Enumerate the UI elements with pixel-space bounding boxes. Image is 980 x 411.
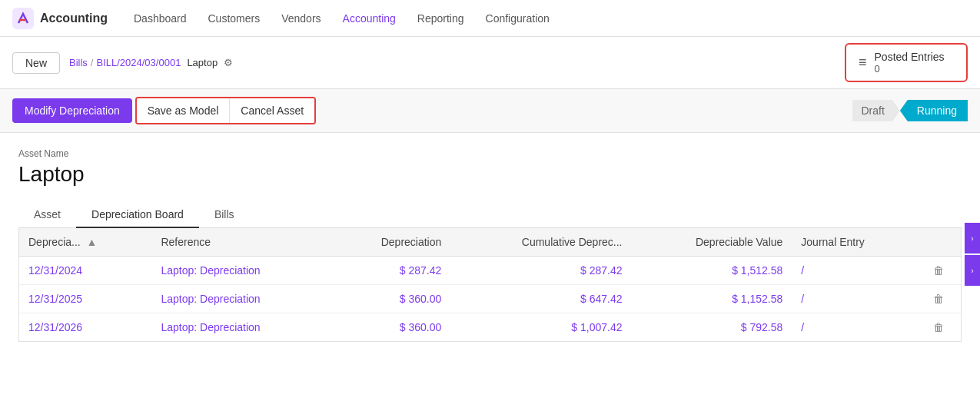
nav-customers[interactable]: Customers [201,8,268,29]
cell-cumulative-2: $ 1,007.42 [450,313,631,342]
depreciation-table: Deprecia... ▲ Reference Depreciation Cum… [19,228,961,341]
breadcrumb-bill-id[interactable]: BILL/2024/03/0001 [96,57,181,68]
cell-delete-1[interactable]: 🗑 [916,285,961,313]
nav-configuration[interactable]: Configuration [478,8,557,29]
table-header-row: Deprecia... ▲ Reference Depreciation Cum… [19,228,961,257]
table-container: Deprecia... ▲ Reference Depreciation Cum… [18,228,962,342]
nav-links: Dashboard Customers Vendors Accounting R… [126,8,557,29]
modify-depreciation-button[interactable]: Modify Depreciation [12,98,132,123]
table-body: 12/31/2024 Laptop: Depreciation $ 287.42… [19,257,961,342]
col-date[interactable]: Deprecia... ▲ [19,228,151,257]
cell-delete-0[interactable]: 🗑 [916,257,961,285]
col-journal-entry: Journal Entry [792,228,916,257]
cell-depreciable-value-2: $ 792.58 [632,313,792,342]
right-edge-buttons: › › [965,223,980,286]
cell-reference-0[interactable]: Laptop: Depreciation [151,257,331,285]
asset-name-label: Asset Name [18,148,962,159]
cell-depreciation-1: $ 360.00 [331,285,450,313]
cell-journal-entry-2: / [792,313,916,342]
app-title: Accounting [40,12,108,25]
logo-icon [12,8,34,29]
cell-depreciation-2: $ 360.00 [331,313,450,342]
cell-journal-entry-1: / [792,285,916,313]
nav-vendors[interactable]: Vendors [274,8,328,29]
edge-btn-1[interactable]: › [965,223,980,254]
nav-accounting[interactable]: Accounting [335,8,404,29]
save-as-model-button[interactable]: Save as Model [137,98,231,123]
cell-journal-entry-0: / [792,257,916,285]
cell-delete-2[interactable]: 🗑 [916,313,961,342]
action-buttons-group: Save as Model Cancel Asset [135,97,316,124]
cell-cumulative-1: $ 647.42 [450,285,631,313]
cell-reference-2[interactable]: Laptop: Depreciation [151,313,331,342]
asset-name-value: Laptop [18,162,962,187]
nav-dashboard[interactable]: Dashboard [126,8,194,29]
status-area: Draft Running [852,100,968,121]
col-depreciable-value: Depreciable Value [632,228,792,257]
new-button[interactable]: New [12,52,60,74]
hamburger-icon: ≡ [859,55,867,71]
status-running: Running [900,100,968,121]
edge-btn-2[interactable]: › [965,255,980,286]
col-cumulative: Cumulative Deprec... [450,228,631,257]
breadcrumb-sep1: / [91,57,94,68]
tab-asset[interactable]: Asset [18,202,76,228]
posted-entries-button[interactable]: ≡ Posted Entries 0 [845,43,968,82]
posted-entries-count: 0 [875,63,880,75]
gear-icon[interactable]: ⚙ [224,57,233,68]
cell-cumulative-0: $ 287.42 [450,257,631,285]
status-draft: Draft [852,100,900,121]
cell-date-2[interactable]: 12/31/2026 [19,313,151,342]
sort-arrow-date: ▲ [87,236,98,248]
cell-reference-1[interactable]: Laptop: Depreciation [151,285,331,313]
toolbar: Modify Depreciation Save as Model Cancel… [0,89,980,133]
tabs: Asset Depreciation Board Bills [18,202,962,228]
cell-depreciable-value-1: $ 1,152.58 [632,285,792,313]
cell-date-0[interactable]: 12/31/2024 [19,257,151,285]
breadcrumb-current: Laptop [187,57,218,68]
cell-depreciation-0: $ 287.42 [331,257,450,285]
nav-reporting[interactable]: Reporting [410,8,472,29]
cell-depreciable-value-0: $ 1,512.58 [632,257,792,285]
col-reference: Reference [151,228,331,257]
breadcrumb: Bills / BILL/2024/03/0001 Laptop ⚙ [69,57,233,68]
action-bar: New Bills / BILL/2024/03/0001 Laptop ⚙ ≡… [0,37,980,89]
table-row: 12/31/2025 Laptop: Depreciation $ 360.00… [19,285,961,313]
col-depreciation: Depreciation [331,228,450,257]
col-action [916,228,961,257]
table-row: 12/31/2024 Laptop: Depreciation $ 287.42… [19,257,961,285]
cancel-asset-button[interactable]: Cancel Asset [230,98,314,123]
content-area: Asset Name Laptop Asset Depreciation Boa… [0,133,980,357]
posted-entries-label: Posted Entries [875,51,945,63]
posted-entries-content: Posted Entries 0 [875,51,945,75]
svg-rect-0 [12,8,34,29]
breadcrumb-bills[interactable]: Bills [69,57,88,68]
cell-date-1[interactable]: 12/31/2025 [19,285,151,313]
tab-depreciation-board[interactable]: Depreciation Board [76,202,199,228]
page-wrapper: Accounting Dashboard Customers Vendors A… [0,0,980,411]
tab-bills[interactable]: Bills [199,202,250,228]
table-row: 12/31/2026 Laptop: Depreciation $ 360.00… [19,313,961,342]
app-logo: Accounting [12,8,108,29]
top-nav: Accounting Dashboard Customers Vendors A… [0,0,980,37]
